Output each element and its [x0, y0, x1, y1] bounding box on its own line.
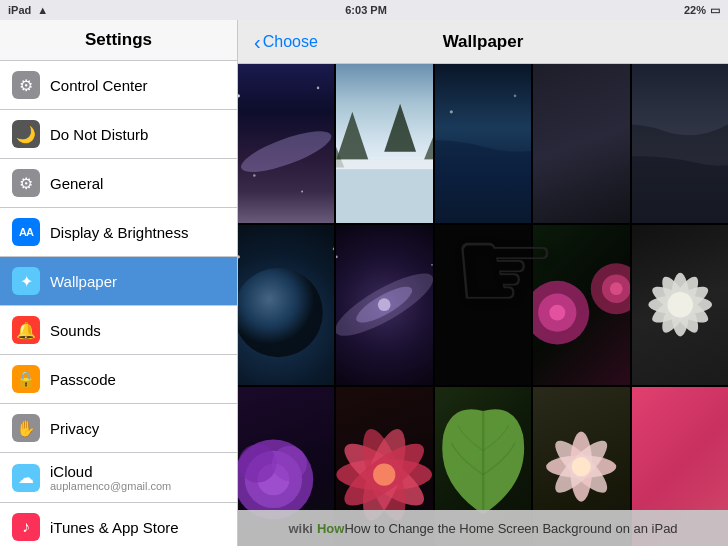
passcode-icon: 🔒 — [12, 365, 40, 393]
svg-point-16 — [238, 256, 240, 259]
svg-marker-8 — [385, 104, 417, 152]
sidebar-item-general[interactable]: ⚙ General — [0, 159, 237, 208]
detail-panel: ‹ Choose Wallpaper — [238, 20, 728, 546]
svg-rect-11 — [336, 160, 432, 170]
general-icon: ⚙ — [12, 169, 40, 197]
svg-point-17 — [333, 248, 335, 251]
svg-point-0 — [238, 123, 334, 180]
wifi-icon: ▲ — [37, 4, 48, 16]
svg-marker-7 — [337, 112, 369, 160]
privacy-label: Privacy — [50, 420, 99, 437]
svg-point-43 — [272, 446, 307, 481]
back-label[interactable]: Choose — [263, 33, 318, 51]
itunes-icon: ♪ — [12, 513, 40, 541]
wallpaper-cell-3[interactable] — [435, 64, 531, 223]
wallpaper-cell-7[interactable] — [336, 225, 432, 384]
wallpaper-cell-9[interactable] — [533, 225, 629, 384]
wiki-how-logo: How — [317, 521, 344, 536]
sidebar-item-control-center[interactable]: ⚙ Control Center — [0, 61, 237, 110]
sidebar-title: Settings — [16, 30, 221, 50]
back-chevron-icon: ‹ — [254, 32, 261, 52]
sidebar-header: Settings — [0, 20, 237, 61]
sidebar-item-wallpaper[interactable]: ✦ Wallpaper — [0, 257, 237, 306]
back-button[interactable]: ‹ Choose — [254, 32, 318, 52]
svg-point-28 — [550, 305, 566, 321]
wallpaper-icon: ✦ — [12, 267, 40, 295]
sidebar: Settings ⚙ Control Center 🌙 Do Not Distu… — [0, 20, 238, 546]
icloud-icon: ☁ — [12, 464, 40, 492]
clock: 6:03 PM — [345, 4, 387, 16]
wallpaper-cell-2[interactable] — [336, 64, 432, 223]
display-brightness-label: Display & Brightness — [50, 224, 188, 241]
carrier-label: iPad — [8, 4, 31, 16]
status-right: 22% ▭ — [684, 4, 720, 17]
privacy-icon: ✋ — [12, 414, 40, 442]
icloud-email: auplamenco@gmail.com — [50, 480, 171, 492]
sidebar-item-do-not-disturb[interactable]: 🌙 Do Not Disturb — [0, 110, 237, 159]
sidebar-item-display-brightness[interactable]: AA Display & Brightness — [0, 208, 237, 257]
svg-point-22 — [336, 256, 338, 259]
svg-point-13 — [514, 95, 517, 98]
icloud-label: iCloud — [50, 463, 171, 480]
svg-point-21 — [378, 299, 391, 312]
detail-title: Wallpaper — [443, 32, 524, 52]
svg-point-5 — [301, 191, 303, 193]
wallpaper-cell-5[interactable] — [632, 64, 728, 223]
passcode-label: Passcode — [50, 371, 116, 388]
battery-label: 22% — [684, 4, 706, 16]
wikihow-overlay: wiki How How to Change the Home Screen B… — [238, 510, 728, 546]
status-left: iPad ▲ — [8, 4, 48, 16]
svg-point-2 — [317, 87, 320, 90]
wallpaper-cell-1[interactable] — [238, 64, 334, 223]
control-center-icon: ⚙ — [12, 71, 40, 99]
app-container: Settings ⚙ Control Center 🌙 Do Not Distu… — [0, 20, 728, 546]
svg-marker-10 — [424, 120, 432, 160]
svg-point-1 — [238, 94, 240, 97]
svg-point-54 — [572, 457, 591, 476]
svg-point-15 — [238, 268, 323, 357]
sounds-icon: 🔔 — [12, 316, 40, 344]
wallpaper-cell-10[interactable] — [632, 225, 728, 384]
status-bar: iPad ▲ 6:03 PM 22% ▭ — [0, 0, 728, 20]
wallpaper-cell-6[interactable] — [238, 225, 334, 384]
sidebar-item-itunes[interactable]: ♪ iTunes & App Store — [0, 503, 237, 546]
svg-point-31 — [610, 283, 623, 296]
svg-point-42 — [238, 444, 276, 482]
sidebar-item-sounds[interactable]: 🔔 Sounds — [0, 306, 237, 355]
sounds-label: Sounds — [50, 322, 101, 339]
sidebar-item-icloud[interactable]: ☁ iCloud auplamenco@gmail.com — [0, 453, 237, 503]
wiki-logo: wiki — [288, 521, 313, 536]
svg-point-38 — [667, 292, 692, 317]
do-not-disturb-icon: 🌙 — [12, 120, 40, 148]
battery-icon: ▭ — [710, 4, 720, 17]
wallpaper-cell-8[interactable] — [435, 225, 531, 384]
sidebar-item-privacy[interactable]: ✋ Privacy — [0, 404, 237, 453]
detail-header: ‹ Choose Wallpaper — [238, 20, 728, 64]
sidebar-list: ⚙ Control Center 🌙 Do Not Disturb ⚙ Gene… — [0, 61, 237, 546]
wallpaper-label: Wallpaper — [50, 273, 117, 290]
svg-point-4 — [253, 174, 256, 177]
do-not-disturb-label: Do Not Disturb — [50, 126, 148, 143]
general-label: General — [50, 175, 103, 192]
wallpaper-grid — [238, 64, 728, 546]
sidebar-item-passcode[interactable]: 🔒 Passcode — [0, 355, 237, 404]
wallpaper-cell-4[interactable] — [533, 64, 629, 223]
svg-point-49 — [373, 463, 395, 485]
svg-point-12 — [450, 110, 453, 113]
svg-rect-6 — [336, 160, 432, 224]
svg-point-23 — [431, 264, 432, 266]
control-center-label: Control Center — [50, 77, 148, 94]
itunes-label: iTunes & App Store — [50, 519, 179, 536]
wikihow-text: How to Change the Home Screen Background… — [344, 521, 677, 536]
display-brightness-icon: AA — [12, 218, 40, 246]
